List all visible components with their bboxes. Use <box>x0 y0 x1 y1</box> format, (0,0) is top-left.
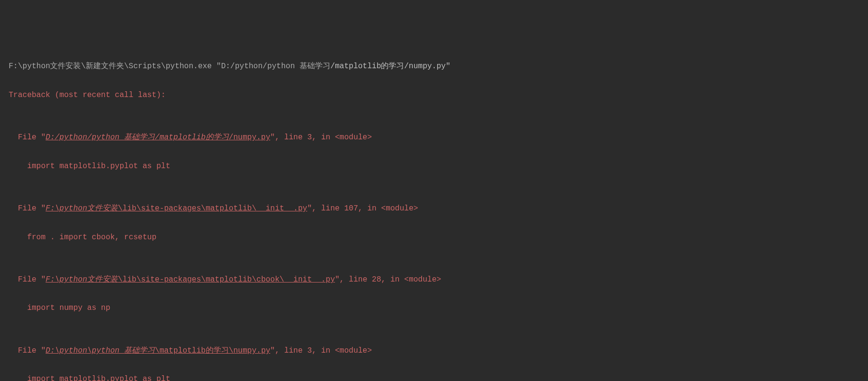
file-link[interactable]: F:\python文件安装\lib\site-packages\matplotl… <box>46 204 307 213</box>
file-link[interactable]: D:\python\python 基础学习\matplotlib的学习\nump… <box>46 346 270 355</box>
file-link[interactable]: F:\python文件安装\lib\site-packages\matplotl… <box>46 275 335 284</box>
stack-frame: File "D:\python\python 基础学习\matplotlib的学… <box>9 344 859 358</box>
file-link[interactable]: D:/python/python 基础学习/matplotlib的学习/nump… <box>46 133 270 142</box>
traceback-header: Traceback (most recent call last): <box>9 88 859 103</box>
stack-frame: File "D:/python/python 基础学习/matplotlib的学… <box>9 131 859 145</box>
stack-code: import numpy as np <box>9 301 859 316</box>
stack-frame: File "F:\python文件安装\lib\site-packages\ma… <box>9 202 859 216</box>
stack-code: import matplotlib.pyplot as plt <box>9 160 859 174</box>
stack-code: import matplotlib.pyplot as plt <box>9 372 859 381</box>
command-line: F:\python文件安装\新建文件夹\Scripts\python.exe "… <box>9 60 859 74</box>
stack-frame: File "F:\python文件安装\lib\site-packages\ma… <box>9 273 859 287</box>
stack-code: from . import cbook, rcsetup <box>9 231 859 245</box>
